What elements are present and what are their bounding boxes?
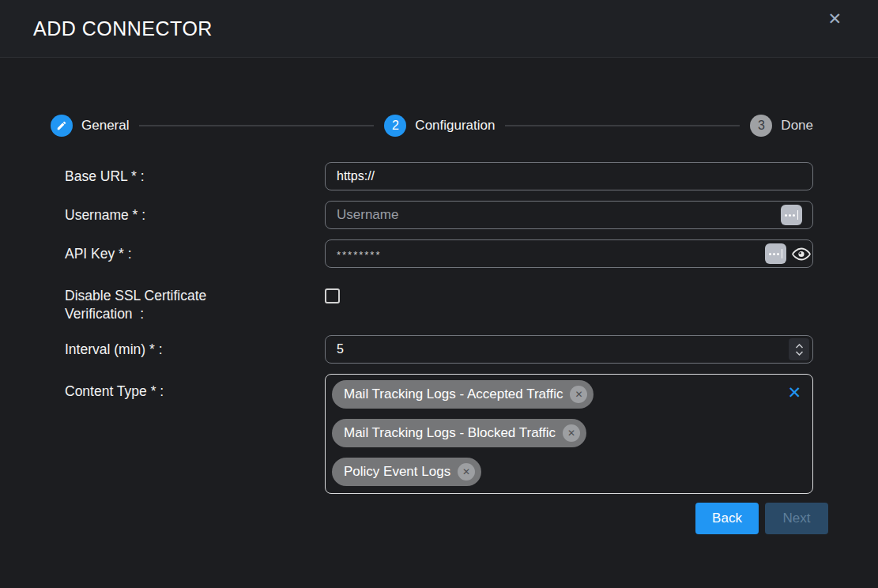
credential-picker-icon[interactable] <box>765 243 786 264</box>
content-type-multiselect[interactable]: Mail Tracking Logs - Accepted Traffic ✕ … <box>325 374 813 494</box>
tag-label: Mail Tracking Logs - Accepted Traffic <box>344 386 563 402</box>
remove-tag-icon[interactable]: ✕ <box>458 463 475 481</box>
step-configuration[interactable]: 2 Configuration <box>384 115 495 137</box>
show-password-eye-icon[interactable] <box>791 247 811 261</box>
tag-label: Mail Tracking Logs - Blocked Traffic <box>344 425 556 441</box>
remove-tag-icon[interactable]: ✕ <box>563 424 580 442</box>
step-3-badge: 3 <box>750 115 772 137</box>
stepper-connector <box>505 125 740 126</box>
disable-ssl-row: Disable SSL Certificate Verification : <box>65 285 813 323</box>
step-configuration-label: Configuration <box>415 118 495 134</box>
next-button[interactable]: Next <box>765 503 828 534</box>
step-general[interactable]: General <box>51 115 129 137</box>
step-done-label: Done <box>781 118 813 134</box>
disable-ssl-checkbox[interactable] <box>325 288 340 303</box>
number-stepper[interactable] <box>789 338 809 360</box>
content-type-label: Content Type * : <box>65 377 325 494</box>
content-type-tag: Mail Tracking Logs - Accepted Traffic ✕ <box>332 380 593 409</box>
credential-picker-icon[interactable] <box>781 205 802 225</box>
content-type-row: Content Type * : Mail Tracking Logs - Ac… <box>65 374 813 494</box>
chevron-down-icon <box>795 351 804 356</box>
api-key-input[interactable] <box>325 239 813 268</box>
step-2-badge: 2 <box>384 115 406 137</box>
base-url-row: Base URL * : <box>65 162 813 190</box>
step-general-label: General <box>81 118 129 134</box>
interval-row: Interval (min) * : <box>65 335 813 364</box>
username-input[interactable] <box>325 201 813 229</box>
content-type-tag: Mail Tracking Logs - Blocked Traffic ✕ <box>332 419 586 447</box>
step-done[interactable]: 3 Done <box>750 115 813 137</box>
username-label: Username * : <box>65 201 325 229</box>
dialog-footer: Back Next <box>695 503 828 534</box>
wizard-stepper: General 2 Configuration 3 Done <box>51 115 813 137</box>
disable-ssl-label: Disable SSL Certificate Verification : <box>65 285 325 323</box>
chevron-up-icon <box>795 344 804 349</box>
clear-selection-icon[interactable]: ✕ <box>787 384 801 401</box>
tag-label: Policy Event Logs <box>344 464 450 480</box>
dialog-header: ADD CONNECTOR ✕ <box>0 0 878 58</box>
close-icon[interactable]: ✕ <box>827 10 842 27</box>
remove-tag-icon[interactable]: ✕ <box>570 386 587 403</box>
base-url-input[interactable] <box>325 162 813 190</box>
stepper-connector <box>139 125 374 126</box>
back-button[interactable]: Back <box>695 503 759 534</box>
api-key-label: API Key * : <box>65 239 325 268</box>
interval-input[interactable] <box>325 335 813 364</box>
base-url-label: Base URL * : <box>65 162 325 190</box>
dialog-title: ADD CONNECTOR <box>33 17 213 40</box>
api-key-row: API Key * : <box>65 239 813 268</box>
username-row: Username * : <box>65 201 813 229</box>
interval-label: Interval (min) * : <box>65 335 325 364</box>
pencil-icon <box>51 115 73 137</box>
content-type-tag: Policy Event Logs ✕ <box>332 458 481 486</box>
